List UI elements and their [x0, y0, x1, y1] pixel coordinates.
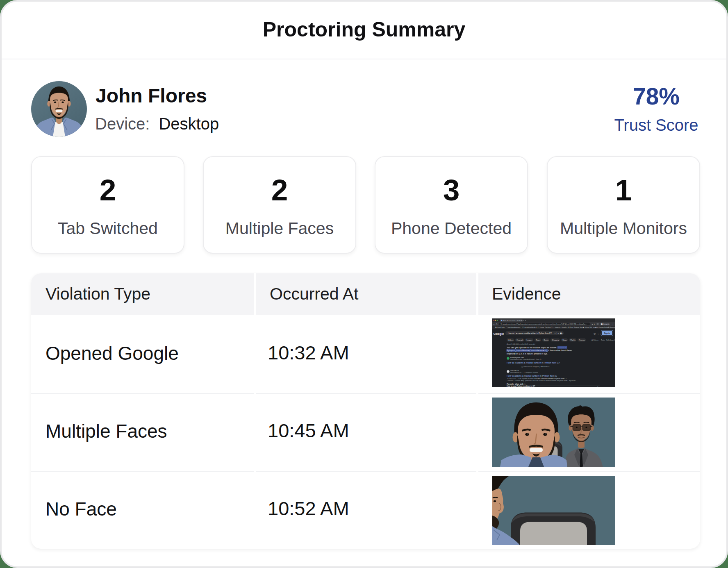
- svg-text:urbanika.nl: urbanika.nl: [510, 370, 519, 372]
- svg-text:+: +: [525, 319, 526, 322]
- svg-text:Example: Example: [517, 339, 524, 341]
- svg-text:⋮: ⋮: [612, 323, 614, 325]
- svg-text:⬤ Incognito: ⬤ Incognito: [601, 323, 610, 325]
- svg-text:▣: ▣: [560, 332, 562, 334]
- svg-text:People also ask ⓘ: People also ask ⓘ: [507, 383, 526, 385]
- svg-text:Google: Google: [494, 332, 505, 336]
- svg-text:⌄: ⌄: [597, 385, 598, 387]
- svg-text:ⓘ google.com/search?q=how+do+: ⓘ google.com/search?q=how+do+i+access+a+…: [500, 323, 587, 325]
- svg-text:Finance: Finance: [579, 339, 586, 341]
- svg-text:About 8,040,000 results (0.45: About 8,040,000 results (0.45 seconds): [507, 343, 535, 345]
- svg-text:◯ socialmediahyb.d...: ◯ socialmediahyb.d...: [522, 327, 538, 328]
- svg-text:Images: Images: [527, 339, 532, 341]
- svg-text:Tools: Tools: [601, 339, 605, 341]
- svg-text:◉ UI Design Daily: ◉ UI Design Daily: [595, 327, 608, 328]
- svg-text:How to access a module written: How to access a module written in Python…: [507, 375, 557, 377]
- svg-text:▦ Quick links: ▦ Quick links: [495, 327, 505, 328]
- svg-text:News: News: [536, 339, 540, 341]
- svg-text:1 answer · 0 votes: Hey, @Most: 1 answer · 0 votes: Hey, @Moster! You ca…: [507, 379, 577, 382]
- svg-text:⌕: ⌕: [562, 332, 564, 334]
- svg-text:» All Bookmarks: » All Bookmarks: [607, 327, 615, 328]
- svg-text:All filters ▾: All filters ▾: [592, 339, 600, 341]
- svg-text:◯ socialmediamgm...: ◯ socialmediamgm...: [506, 327, 521, 328]
- svg-text:Shopping: Shopping: [552, 339, 560, 341]
- svg-text:◔ stayout – Google...: ◔ stayout – Google...: [553, 327, 568, 328]
- svg-text:Sign in: Sign in: [604, 332, 610, 334]
- svg-text:SafeSearch ▾: SafeSearch ▾: [606, 339, 615, 341]
- svg-text:How do I access a module writt: How do I access a module written in Pyth…: [508, 332, 552, 334]
- svg-text:♦: ♦: [558, 332, 559, 334]
- svg-text:Videos: Videos: [508, 339, 514, 341]
- svg-text:Maps: Maps: [563, 339, 567, 341]
- svg-text:◍: ◍: [594, 332, 596, 335]
- svg-text:✕: ✕: [521, 320, 522, 322]
- svg-text:www.urbanika.nl › ... › Catego: www.urbanika.nl › ... › Categories › Pyt…: [510, 372, 540, 373]
- svg-text:PyImport_ImportModule("<module: PyImport_ImportModule("<modulename>"); i…: [507, 349, 572, 352]
- svg-text:tutorialspoint.com › cstandard: tutorialspoint.com › cstandard-tistivali…: [510, 359, 544, 360]
- svg-text:◫ View feature snippets |: ◫ View feature snippets | ⚑ Feedback: [521, 366, 550, 368]
- svg-text:✕: ✕: [554, 332, 556, 334]
- svg-text:How to use Python modules in C: How to use Python modules in C?: [507, 385, 535, 387]
- svg-text:tutorialspoint.com: tutorialspoint.com: [510, 357, 524, 359]
- svg-text:★ ⬇: ★ ⬇: [592, 323, 595, 325]
- svg-text:◻ Linear Tracking (T...: ◻ Linear Tracking (T...: [538, 327, 554, 328]
- svg-text:Books: Books: [544, 339, 549, 341]
- svg-text:How do I access a module writt: How do I access a module written in Pyth…: [507, 361, 560, 364]
- svg-text:imported yet (i.e. it is not y: imported yet (i.e. it is not yet present…: [507, 352, 548, 355]
- svg-text:Flights: Flights: [571, 339, 576, 341]
- svg-text:▨ Free Website Bui...: ▨ Free Website Bui...: [568, 327, 583, 328]
- svg-text:‹ › ⟳: ‹ › ⟳: [493, 323, 498, 325]
- svg-text:You can get a pointer to the m: You can get a pointer to the module obje…: [507, 346, 566, 349]
